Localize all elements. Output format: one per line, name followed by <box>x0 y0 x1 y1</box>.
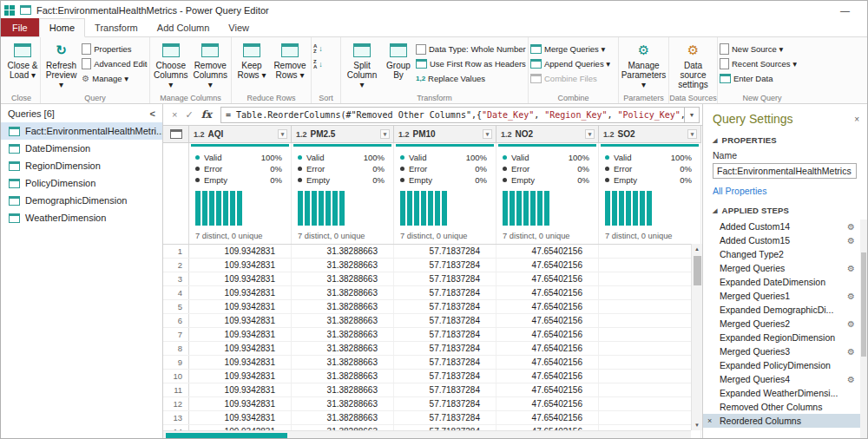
tab-file[interactable]: File <box>1 18 39 36</box>
row-number[interactable]: 3 <box>163 272 189 285</box>
data-source-settings-button[interactable]: ⚙ Data source settings <box>671 40 715 93</box>
table-corner-button[interactable] <box>163 126 189 143</box>
minimize-button[interactable]: — <box>840 5 860 16</box>
remove-rows-button[interactable]: Remove Rows ▾ <box>272 40 308 93</box>
table-cell[interactable]: 31.38288663 <box>292 397 394 410</box>
advanced-editor-button[interactable]: Advanced Editor <box>82 56 148 71</box>
choose-columns-button[interactable]: Choose Columns ▾ <box>152 40 190 93</box>
steps-scrollbar[interactable] <box>860 220 867 439</box>
gear-icon[interactable]: ⚙ <box>847 264 855 273</box>
column-header[interactable]: 1.2SO2▾ <box>599 126 701 143</box>
properties-section-header[interactable]: ◢ PROPERTIES <box>703 132 867 147</box>
table-cell[interactable]: 109.9342831 <box>189 245 292 258</box>
close-and-load-button[interactable]: Close & Load ▾ <box>4 40 41 93</box>
enter-data-button[interactable]: Enter Data <box>720 71 797 86</box>
table-cell[interactable] <box>599 383 701 396</box>
table-cell[interactable] <box>599 397 701 410</box>
gear-icon[interactable]: ⚙ <box>847 319 855 329</box>
table-cell[interactable]: 47.65402156 <box>496 383 599 396</box>
table-cell[interactable]: 31.38288663 <box>292 383 394 396</box>
table-cell[interactable] <box>599 259 701 272</box>
table-cell[interactable]: 109.9342831 <box>189 259 292 272</box>
table-cell[interactable] <box>599 370 701 383</box>
use-first-row-as-headers-button[interactable]: Use First Row as Headers ▾ <box>416 56 526 71</box>
applied-step[interactable]: Changed Type2 <box>703 247 867 261</box>
sort-descending-button[interactable]: Z A ↓ <box>313 57 323 70</box>
applied-step[interactable]: Merged Queries⚙ <box>703 261 867 275</box>
group-by-button[interactable]: Group By <box>383 40 414 93</box>
table-cell[interactable]: 57.71837284 <box>394 356 496 369</box>
vertical-scroll-thumb[interactable] <box>694 256 701 285</box>
close-panel-icon[interactable]: × <box>854 115 859 124</box>
table-cell[interactable]: 47.65402156 <box>496 328 599 341</box>
query-item[interactable]: Fact:EnvironmentalHealthMetri... <box>1 122 162 140</box>
table-cell[interactable]: 109.9342831 <box>189 328 292 341</box>
sort-ascending-button[interactable]: A Z ↓ <box>313 42 323 55</box>
row-number[interactable]: 12 <box>163 397 189 410</box>
replace-values-button[interactable]: 1,2 Replace Values <box>416 71 526 86</box>
table-cell[interactable]: 109.9342831 <box>189 272 292 285</box>
table-cell[interactable]: 47.65402156 <box>496 397 599 410</box>
cancel-formula-icon[interactable]: × <box>172 109 177 120</box>
applied-step[interactable]: Expanded WeatherDimensi... <box>703 386 867 400</box>
query-item[interactable]: RegionDimension <box>1 157 162 174</box>
table-cell[interactable]: 57.71837284 <box>394 342 496 355</box>
filter-dropdown-icon[interactable]: ▾ <box>687 129 697 139</box>
table-cell[interactable] <box>599 328 701 341</box>
table-cell[interactable]: 47.65402156 <box>496 314 599 327</box>
applied-step[interactable]: Added Custom15⚙ <box>703 233 867 247</box>
horizontal-scroll-thumb[interactable] <box>166 433 287 439</box>
table-cell[interactable] <box>599 314 701 327</box>
table-cell[interactable]: 57.71837284 <box>394 314 496 327</box>
tab-home[interactable]: Home <box>39 18 85 37</box>
applied-step[interactable]: Merged Queries1⚙ <box>703 289 867 303</box>
table-cell[interactable]: 109.9342831 <box>189 300 292 313</box>
applied-steps-section-header[interactable]: ◢ APPLIED STEPS <box>703 202 867 218</box>
row-number[interactable]: 8 <box>163 342 189 355</box>
table-cell[interactable]: 31.38288663 <box>292 300 394 313</box>
steps-scroll-thumb[interactable] <box>861 252 866 357</box>
table-cell[interactable] <box>599 245 701 258</box>
query-item[interactable]: WeatherDimension <box>1 209 162 226</box>
applied-step[interactable]: Removed Other Columns <box>703 400 867 414</box>
formula-input[interactable]: = Table.ReorderColumns(#"Removed Other C… <box>220 107 685 123</box>
table-cell[interactable]: 47.65402156 <box>496 245 599 258</box>
delete-step-icon[interactable]: × <box>707 416 720 425</box>
scroll-up-icon[interactable]: ▲ <box>692 244 702 254</box>
table-cell[interactable]: 47.65402156 <box>496 300 599 313</box>
column-header[interactable]: 1.2PM10▾ <box>394 126 496 143</box>
table-cell[interactable]: 47.65402156 <box>496 272 599 285</box>
table-cell[interactable] <box>599 300 701 313</box>
table-cell[interactable]: 31.38288663 <box>292 370 394 383</box>
table-cell[interactable]: 109.9342831 <box>189 342 292 355</box>
expand-formula-bar-button[interactable]: ▼ <box>685 107 700 123</box>
table-cell[interactable]: 109.9342831 <box>189 411 292 424</box>
applied-step[interactable]: Expanded DateDimension <box>703 275 867 289</box>
table-cell[interactable]: 57.71837284 <box>394 286 496 299</box>
recent-sources-button[interactable]: Recent Sources ▾ <box>720 56 797 71</box>
column-header[interactable]: 1.2AQI▾ <box>189 126 292 143</box>
gear-icon[interactable]: ⚙ <box>847 347 855 357</box>
query-item[interactable]: PolicyDimension <box>1 174 162 192</box>
row-number[interactable]: 7 <box>163 328 189 341</box>
table-cell[interactable]: 31.38288663 <box>292 245 394 258</box>
table-cell[interactable]: 109.9342831 <box>189 356 292 369</box>
applied-step[interactable]: Merged Queries3⚙ <box>703 344 867 358</box>
table-cell[interactable]: 57.71837284 <box>394 397 496 410</box>
table-cell[interactable]: 47.65402156 <box>496 286 599 299</box>
manage-parameters-button[interactable]: ⚙ Manage Parameters ▾ <box>621 40 667 93</box>
table-cell[interactable]: 31.38288663 <box>292 342 394 355</box>
filter-dropdown-icon[interactable]: ▾ <box>483 129 492 139</box>
append-queries-button[interactable]: Append Queries ▾ <box>530 56 610 71</box>
applied-step[interactable]: Expanded PolicyDimension <box>703 358 867 372</box>
table-cell[interactable]: 57.71837284 <box>394 370 496 383</box>
table-cell[interactable]: 57.71837284 <box>394 272 496 285</box>
table-cell[interactable]: 57.71837284 <box>394 411 496 424</box>
gear-icon[interactable]: ⚙ <box>847 222 855 232</box>
tab-transform[interactable]: Transform <box>85 18 148 36</box>
commit-formula-icon[interactable]: ✓ <box>185 109 193 121</box>
table-cell[interactable]: 47.65402156 <box>496 370 599 383</box>
vertical-scrollbar[interactable]: ▲ ▼ <box>691 244 702 430</box>
collapse-queries-pane-icon[interactable]: < <box>150 108 155 119</box>
gear-icon[interactable]: ⚙ <box>847 236 855 246</box>
